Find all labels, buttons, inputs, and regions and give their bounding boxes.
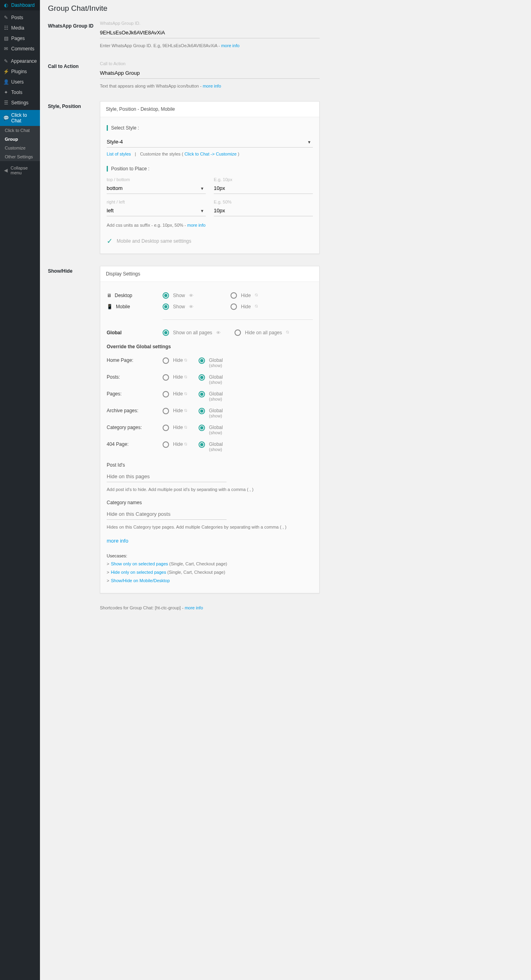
override-title: Override the Global settings <box>107 344 313 349</box>
rl-offset-input[interactable] <box>214 205 313 216</box>
collapse-menu[interactable]: ◀Collapse menu <box>0 163 40 178</box>
override-hide-radio-4[interactable] <box>163 425 169 431</box>
tb-select[interactable]: bottom ▼ <box>107 183 206 194</box>
sidebar-item-pages[interactable]: ▤Pages <box>0 33 40 44</box>
usecase-3-link[interactable]: Show/Hide on Mobile/Desktop <box>111 578 169 583</box>
display-more-info-link[interactable]: more info <box>107 538 128 544</box>
desktop-show-radio[interactable] <box>163 292 169 299</box>
showhide-section-label: Show/Hide <box>48 266 100 274</box>
sidebar-item-dashboard[interactable]: ◐Dashboard <box>0 0 40 10</box>
desktop-icon: 🖥 <box>107 293 111 298</box>
override-global-radio-1[interactable] <box>199 374 205 381</box>
same-settings-checkbox[interactable]: ✓ Mobile and Desktop same setttings <box>107 237 313 245</box>
group-id-input[interactable] <box>100 27 320 38</box>
sidebar-item-click-to-chat[interactable]: 💬Click to Chat <box>0 110 40 126</box>
sidebar-item-tools[interactable]: ✦Tools <box>0 87 40 98</box>
cat-label: Category names <box>107 500 313 505</box>
display-card: Display Settings 🖥Desktop Show👁 Hide⦰ 📱M… <box>100 266 320 594</box>
display-card-header[interactable]: Display Settings <box>100 266 319 281</box>
override-global-radio-3[interactable] <box>199 408 205 414</box>
cta-label: Call to Action <box>48 61 100 69</box>
eye-slash-icon: ⦰ <box>255 293 258 298</box>
style-select[interactable]: Style-4 ▼ <box>107 136 313 148</box>
cta-more-info-link[interactable]: more info <box>203 84 221 88</box>
rl-eg-label: E.g. 50% <box>214 200 313 204</box>
global-show-radio[interactable] <box>163 329 169 336</box>
sidebar-item-users[interactable]: 👤Users <box>0 77 40 87</box>
override-global-radio-2[interactable] <box>199 391 205 397</box>
shortcode-more-info-link[interactable]: more info <box>185 605 203 610</box>
eye-icon: 👁 <box>189 304 193 309</box>
sidebar-item-plugins[interactable]: ⚡Plugins <box>0 66 40 77</box>
override-row-label: 404 Page: <box>107 441 163 447</box>
style-card-header[interactable]: Style, Position - Desktop, Mobile <box>100 102 319 117</box>
plugin-icon: ⚡ <box>3 69 9 74</box>
customize-link[interactable]: Click to Chat -> Customize <box>185 152 237 156</box>
override-hide-radio-5[interactable] <box>163 441 169 448</box>
sidebar-item-settings[interactable]: ☰Settings <box>0 98 40 108</box>
desktop-label: Desktop <box>115 293 132 298</box>
post-ids-label: Post Id's <box>107 462 313 468</box>
submenu-other-settings[interactable]: Other Settings <box>0 152 40 161</box>
mobile-label: Mobile <box>116 304 130 309</box>
sidebar-item-comments[interactable]: ✉Comments <box>0 44 40 54</box>
override-row-label: Pages: <box>107 391 163 397</box>
submenu-group[interactable]: Group <box>0 135 40 144</box>
check-icon: ✓ <box>107 237 113 245</box>
pin-icon: ✎ <box>3 15 9 20</box>
eye-slash-icon: ⦰ <box>286 330 289 335</box>
sidebar-item-media[interactable]: ☷Media <box>0 23 40 33</box>
tb-offset-input[interactable] <box>214 183 313 194</box>
cat-input[interactable] <box>107 509 227 520</box>
sidebar-submenu: Click to Chat Group Customize Other Sett… <box>0 126 40 161</box>
eye-icon: 👁 <box>216 330 221 335</box>
override-row-label: Home Page: <box>107 357 163 363</box>
sidebar-item-posts[interactable]: ✎Posts <box>0 12 40 23</box>
suffix-more-info-link[interactable]: more info <box>187 223 206 228</box>
override-hide-radio-3[interactable] <box>163 408 169 414</box>
rl-label: right / left <box>107 200 206 204</box>
group-id-more-info-link[interactable]: more info <box>221 43 239 48</box>
user-icon: 👤 <box>3 79 9 85</box>
post-ids-input[interactable] <box>107 471 227 482</box>
submenu-click-to-chat[interactable]: Click to Chat <box>0 126 40 135</box>
override-hide-radio-0[interactable] <box>163 357 169 364</box>
cta-help: Text that appears along with WhatsApp ic… <box>100 83 320 90</box>
eye-icon: 👁 <box>189 293 193 298</box>
mobile-show-radio[interactable] <box>163 303 169 310</box>
mobile-hide-radio[interactable] <box>231 303 237 310</box>
usecase-2-link[interactable]: Hide only on selected pages <box>111 570 166 575</box>
list-styles-link[interactable]: List of styles <box>107 152 131 156</box>
cta-input[interactable] <box>100 68 320 79</box>
override-hide-radio-1[interactable] <box>163 374 169 381</box>
usecases-title: Usecases: <box>107 552 313 560</box>
sidebar-item-appearance[interactable]: ✎Appearance <box>0 56 40 66</box>
override-row-label: Category pages: <box>107 425 163 430</box>
override-global-radio-0[interactable] <box>199 357 205 364</box>
accent-bar-icon <box>107 166 108 172</box>
mobile-icon: 📱 <box>107 304 113 309</box>
post-ids-help: Add post id's to hide. Add multiple post… <box>107 486 313 493</box>
main-content: Group Chat/Invite WhatsApp Group ID What… <box>40 0 531 980</box>
sliders-icon: ☰ <box>3 100 9 106</box>
override-global-radio-5[interactable] <box>199 441 205 448</box>
tb-eg-label: E.g. 10px <box>214 177 313 182</box>
tb-label: top / bottom <box>107 177 206 182</box>
accent-bar-icon <box>107 125 108 131</box>
override-global-radio-4[interactable] <box>199 425 205 431</box>
page-icon: ▤ <box>3 36 9 41</box>
desktop-hide-radio[interactable] <box>231 292 237 299</box>
global-hide-radio[interactable] <box>235 329 241 336</box>
eye-slash-icon: ⦰ <box>255 304 258 309</box>
comment-icon: ✉ <box>3 46 9 52</box>
style-card: Style, Position - Desktop, Mobile Select… <box>100 101 320 254</box>
cat-help: Hides on this Category type pages. Add m… <box>107 524 313 531</box>
rl-select[interactable]: left ▼ <box>107 205 206 216</box>
style-section-label: Style, Position <box>48 101 100 109</box>
usecase-1-link[interactable]: Show only on selected pages <box>111 561 168 566</box>
shortcode-text: Shortcodes for Group Chat: [ht-ctc-group… <box>100 605 185 610</box>
override-hide-radio-2[interactable] <box>163 391 169 397</box>
submenu-customize[interactable]: Customize <box>0 144 40 152</box>
collapse-icon: ◀ <box>3 168 8 173</box>
cta-small: Call to Action <box>100 61 320 66</box>
